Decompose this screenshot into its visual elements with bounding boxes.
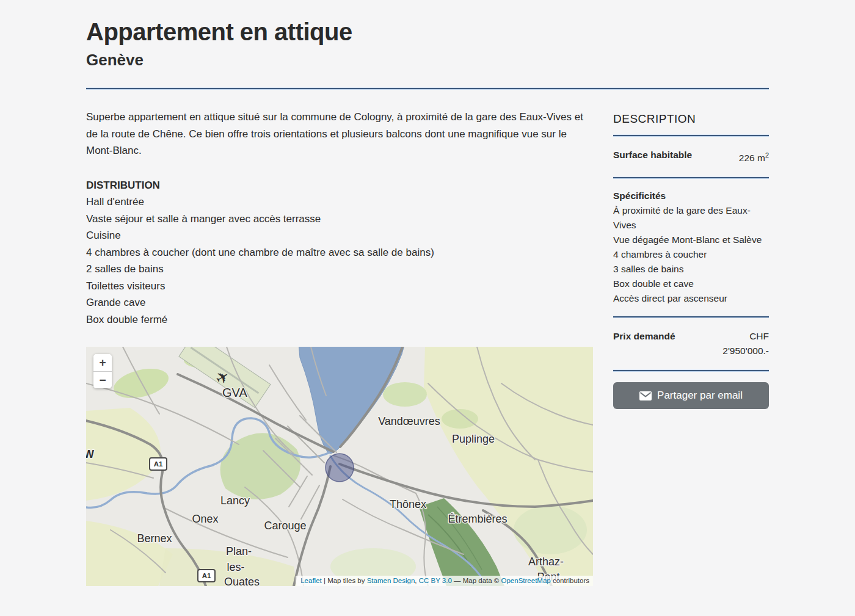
- map-marker[interactable]: [326, 454, 354, 482]
- map-label-les: les-: [227, 561, 244, 573]
- distribution-item: 4 chambres à coucher (dont une chambre d…: [86, 244, 593, 261]
- price-label: Prix demandé: [613, 329, 675, 344]
- map-zoom-out-button[interactable]: −: [93, 371, 112, 388]
- leaflet-link[interactable]: Leaflet: [300, 577, 322, 584]
- stamen-design-link[interactable]: Stamen Design: [367, 577, 415, 584]
- map-label-arthaz: Arthaz-: [528, 556, 564, 568]
- sidebar-divider: [613, 316, 769, 317]
- surface-label: Surface habitable: [613, 148, 692, 162]
- price-value: CHF 2'950'000.-: [711, 329, 769, 358]
- map-label-thonex: Thônex: [390, 498, 426, 510]
- share-button-label: Partager par email: [657, 390, 743, 402]
- spec-item: 4 chambres à coucher: [613, 247, 769, 262]
- specs-section: Spécificités À proximité de la gare des …: [613, 187, 769, 307]
- sidebar-divider: [613, 135, 769, 136]
- attribution-text: contributors: [551, 577, 589, 584]
- distribution-item: Box double fermé: [86, 311, 593, 328]
- map-label-lancy: Lancy: [220, 495, 250, 507]
- map-label-onex: Onex: [192, 513, 218, 525]
- map-label-gva: GVA: [222, 386, 247, 399]
- motorway-badge-a1: A1: [198, 570, 215, 582]
- distribution-item: Cuisine: [86, 227, 593, 244]
- listing-page: Appartement en attique Genève Superbe ap…: [86, 0, 769, 586]
- map-label-vandoeuvres: Vandœuvres: [378, 415, 440, 427]
- sidebar-divider: [613, 177, 769, 178]
- envelope-icon: [639, 391, 652, 400]
- specs-heading: Spécificités: [613, 189, 769, 203]
- map-label-etrembieres: Étrembières: [448, 513, 507, 525]
- map-canvas: A1 A1 ✈ GVA Vandœuvres Puplinge Lancy On…: [86, 347, 593, 586]
- share-by-email-button[interactable]: Partager par email: [613, 382, 769, 409]
- distribution-heading: DISTRIBUTION: [86, 177, 593, 194]
- map-zoom-in-button[interactable]: +: [93, 354, 112, 371]
- spec-item: Accès direct par ascenseur: [613, 291, 769, 306]
- map-zoom-control: + −: [93, 354, 112, 388]
- description-panel: DESCRIPTION Surface habitable 226 m2 Spé…: [613, 109, 769, 586]
- svg-text:A1: A1: [202, 572, 211, 579]
- spec-item: À proximité de la gare des Eaux-Vives: [613, 203, 769, 233]
- distribution-item: Hall d'entrée: [86, 194, 593, 211]
- spec-item: Vue dégagée Mont-Blanc et Salève: [613, 233, 769, 247]
- map-label-ouates: Ouates: [224, 576, 260, 586]
- map-label-carouge: Carouge: [264, 520, 306, 532]
- attribution-text: — Map data ©: [452, 577, 501, 584]
- map-label-puplinge: Puplinge: [452, 433, 495, 445]
- surface-superscript: 2: [765, 151, 769, 159]
- distribution-item: Vaste séjour et salle à manger avec accè…: [86, 211, 593, 228]
- svg-text:A1: A1: [154, 460, 163, 468]
- distribution-section: DISTRIBUTION Hall d'entrée Vaste séjour …: [86, 177, 593, 328]
- surface-row: Surface habitable 226 m2: [613, 145, 769, 168]
- map-label-edge-w: W: [86, 448, 94, 460]
- map-label-bernex: Bernex: [137, 532, 172, 545]
- map-attribution: Leaflet | Map tiles by Stamen Design, CC…: [296, 576, 593, 586]
- price-row: Prix demandé CHF 2'950'000.-: [613, 327, 769, 361]
- intro-paragraph: Superbe appartement en attique situé sur…: [86, 109, 593, 159]
- page-subtitle: Genève: [86, 51, 769, 70]
- attribution-text: | Map tiles by: [322, 577, 367, 584]
- location-map[interactable]: A1 A1 ✈ GVA Vandœuvres Puplinge Lancy On…: [86, 347, 593, 586]
- main-content: Superbe appartement en attique situé sur…: [86, 109, 593, 586]
- spec-item: Box double et cave: [613, 277, 769, 291]
- cc-by-link[interactable]: CC BY 3.0: [419, 577, 452, 584]
- description-heading: DESCRIPTION: [613, 112, 769, 126]
- distribution-item: 2 salles de bains: [86, 261, 593, 278]
- spec-item: 3 salles de bains: [613, 262, 769, 277]
- motorway-badge-a1: A1: [150, 458, 167, 470]
- surface-value: 226 m2: [739, 148, 769, 165]
- sidebar-divider: [613, 370, 769, 371]
- map-label-plan: Plan-: [226, 545, 252, 557]
- distribution-item: Toilettes visiteurs: [86, 278, 593, 295]
- header-divider: [86, 88, 769, 89]
- openstreetmap-link[interactable]: OpenStreetMap: [501, 577, 551, 584]
- distribution-item: Grande cave: [86, 294, 593, 311]
- page-title: Appartement en attique: [86, 18, 769, 46]
